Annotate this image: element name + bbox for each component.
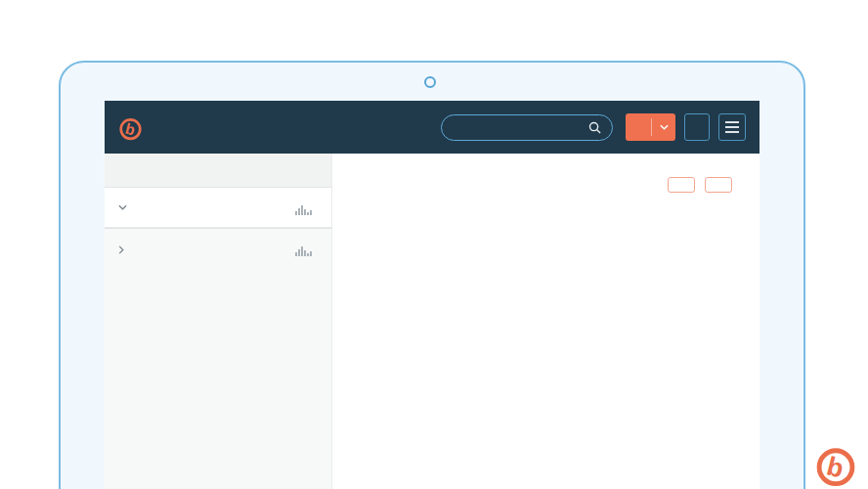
main-content (332, 154, 760, 489)
chevron-right-icon (118, 245, 124, 254)
hamburger-line (725, 131, 739, 133)
bitly-logo-icon: b (118, 114, 143, 141)
chevron-down-icon (118, 204, 127, 210)
create-button-label[interactable] (626, 113, 651, 141)
app-body (105, 154, 760, 489)
hamburger-line (725, 121, 739, 123)
webcam-circle (424, 76, 436, 88)
bitly-corner-logo-icon: b (814, 442, 857, 487)
chevron-down-icon (660, 124, 669, 130)
campaign-sidebar (105, 154, 332, 489)
hamburger-menu-button[interactable] (718, 113, 746, 141)
device-frame: b (59, 61, 805, 489)
app-window: b (105, 101, 760, 489)
edit-button[interactable] (705, 177, 732, 193)
svg-text:b: b (124, 119, 137, 138)
chart-totals-row (352, 265, 732, 280)
sidebar-item-back-to-school[interactable] (105, 228, 331, 268)
channel-stats-table (352, 295, 732, 319)
search-input[interactable] (453, 121, 588, 134)
clicks-stacked-bar-chart (352, 224, 732, 280)
search-box[interactable] (441, 114, 613, 141)
campaigns-count-header (105, 154, 331, 188)
create-dropdown-toggle[interactable] (652, 113, 675, 141)
chart-breakdown-row (352, 224, 732, 265)
table-header-row (352, 295, 732, 319)
top-navbar: b (105, 101, 760, 154)
hamburger-line (725, 126, 739, 128)
search-icon (588, 121, 601, 134)
screenshot-stage: { "navbar": { "logo_text": "ONEVIEW", "s… (0, 0, 868, 489)
svg-text:b: b (824, 452, 846, 484)
sidebar-item-fall-sale[interactable] (105, 188, 331, 228)
campaign-clicks (291, 204, 312, 215)
create-button[interactable] (626, 113, 675, 141)
mini-bar-chart-icon (295, 204, 312, 215)
add-links-button[interactable] (668, 177, 695, 193)
mini-bar-chart-icon (295, 245, 312, 256)
brand-button[interactable] (684, 113, 710, 141)
campaign-clicks (291, 245, 312, 256)
